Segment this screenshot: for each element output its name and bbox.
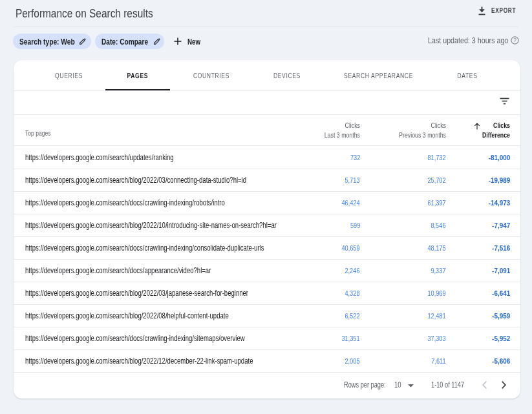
svg-text:?: ? [513, 37, 516, 43]
